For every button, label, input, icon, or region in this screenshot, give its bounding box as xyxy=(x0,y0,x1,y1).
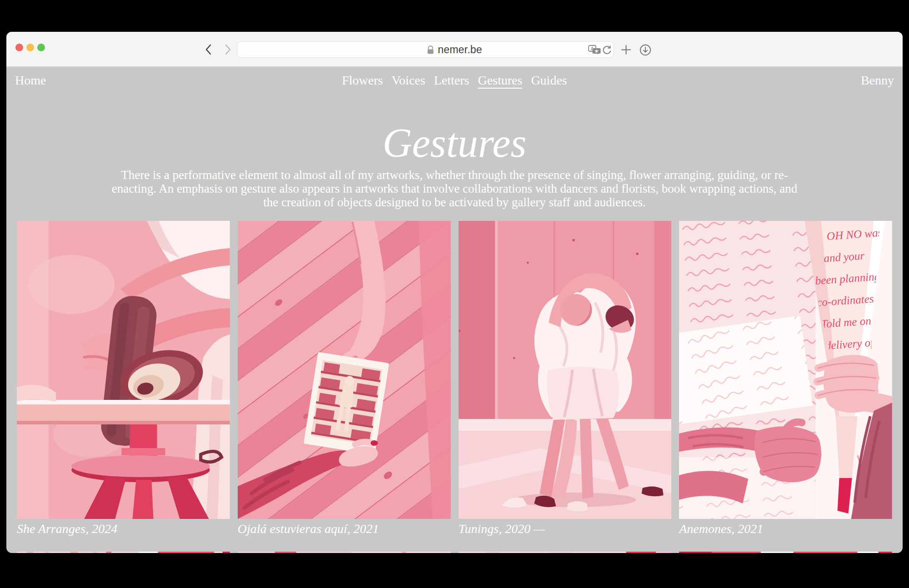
nav-letters-link[interactable]: Letters xyxy=(434,73,469,88)
browser-window: nemer.be A Home Flowers Voices xyxy=(6,32,903,553)
artwork-image-she-arranges[interactable] xyxy=(17,221,230,519)
artwork-caption[interactable]: Tunings, 2020 — xyxy=(459,519,672,540)
new-tab-icon[interactable] xyxy=(620,44,632,55)
nav-user-link[interactable]: Benny xyxy=(861,73,894,88)
window-controls xyxy=(15,44,45,51)
nav-guides-link[interactable]: Guides xyxy=(531,73,567,88)
lock-icon xyxy=(427,45,434,55)
gallery-grid: She Arranges, 2024 xyxy=(17,221,892,540)
gallery-item-row2-2[interactable] xyxy=(238,552,451,553)
artwork-caption[interactable]: Ojalá estuvieras aquí, 2021 xyxy=(238,519,451,540)
translate-icon[interactable]: A xyxy=(588,45,601,55)
close-window-button[interactable] xyxy=(15,44,23,51)
nav-home-link[interactable]: Home xyxy=(15,73,46,88)
artwork-image-row2-4[interactable] xyxy=(679,552,892,553)
gallery-item-row2-4[interactable] xyxy=(679,552,892,553)
downloads-icon[interactable] xyxy=(639,44,651,56)
gallery-item-she-arranges[interactable]: She Arranges, 2024 xyxy=(17,221,230,540)
reload-icon[interactable] xyxy=(602,45,612,55)
address-bar[interactable] xyxy=(237,42,614,57)
address-bar-content: nemer.be xyxy=(427,42,482,57)
nav-voices-link[interactable]: Voices xyxy=(392,73,425,88)
artwork-caption[interactable]: Anemones, 2021 xyxy=(679,519,892,540)
zoom-window-button[interactable] xyxy=(37,44,45,51)
back-icon[interactable] xyxy=(204,44,215,55)
nav-flowers-link[interactable]: Flowers xyxy=(342,73,383,88)
artwork-image-row2-1[interactable] xyxy=(17,552,230,553)
minimize-window-button[interactable] xyxy=(26,44,34,51)
artwork-image-anemones[interactable]: OH NO was and your been planning co-ordi… xyxy=(679,221,892,519)
intro-line: enacting. An emphasis on gesture also ap… xyxy=(6,182,903,195)
gallery-item-tunings[interactable]: Tunings, 2020 — xyxy=(459,221,672,540)
artwork-image-row2-2[interactable] xyxy=(238,552,451,553)
gallery-item-ojala[interactable]: Ojalá estuvieras aquí, 2021 xyxy=(238,221,451,540)
gallery-item-row2-1[interactable] xyxy=(17,552,230,553)
page-title: Gestures xyxy=(6,123,903,164)
page-intro: There is a performative element to almos… xyxy=(6,168,903,209)
nav-center-group: Flowers Voices Letters Gestures Guides xyxy=(6,73,903,88)
intro-line: There is a performative element to almos… xyxy=(6,168,903,182)
site-navigation: Home Flowers Voices Letters Gestures Gui… xyxy=(6,67,903,90)
gallery-grid-row2 xyxy=(17,552,892,553)
intro-line: the creation of objects designed to be a… xyxy=(6,195,903,209)
nav-gestures-link[interactable]: Gestures xyxy=(478,73,522,88)
gallery-item-anemones[interactable]: OH NO was and your been planning co-ordi… xyxy=(679,221,892,540)
artwork-caption[interactable]: She Arranges, 2024 xyxy=(17,519,230,540)
artwork-image-tunings[interactable] xyxy=(459,221,672,519)
url-text: nemer.be xyxy=(438,44,482,56)
forward-icon[interactable] xyxy=(222,44,233,55)
gallery-item-row2-3[interactable] xyxy=(459,552,672,553)
artwork-image-row2-3[interactable] xyxy=(459,552,672,553)
artwork-image-ojala[interactable] xyxy=(238,221,451,519)
browser-toolbar: nemer.be A xyxy=(6,32,903,67)
webpage: Home Flowers Voices Letters Gestures Gui… xyxy=(6,67,903,553)
